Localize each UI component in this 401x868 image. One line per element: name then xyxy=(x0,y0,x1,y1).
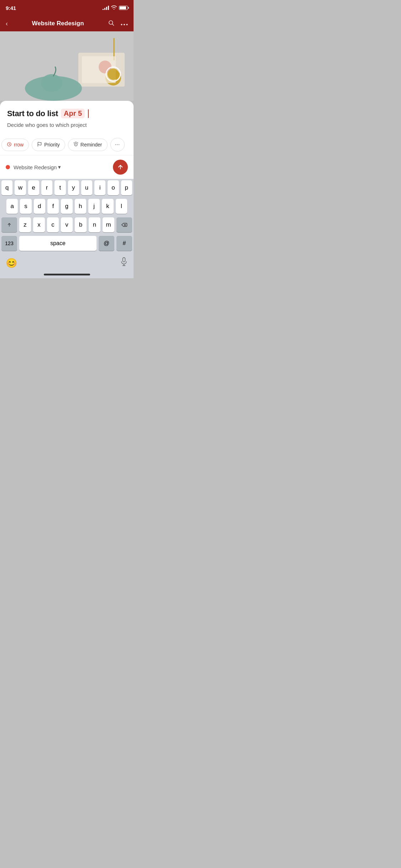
key-o[interactable]: o xyxy=(108,180,119,195)
key-y[interactable]: y xyxy=(68,180,79,195)
back-button[interactable]: ‹ xyxy=(6,20,8,27)
nav-bar: ‹ Website Redesign xyxy=(0,16,134,31)
home-indicator xyxy=(0,271,134,278)
dropdown-icon: ▾ xyxy=(58,164,61,170)
key-i[interactable]: i xyxy=(94,180,105,195)
clock-icon xyxy=(7,142,12,148)
delete-key[interactable] xyxy=(116,217,132,232)
key-c[interactable]: c xyxy=(47,217,59,232)
key-n[interactable]: n xyxy=(89,217,100,232)
key-u[interactable]: u xyxy=(81,180,92,195)
reminder-button[interactable]: Reminder xyxy=(68,139,108,151)
more-options-button[interactable]: ··· xyxy=(110,138,125,151)
ellipsis-icon: ··· xyxy=(115,141,120,148)
content-background xyxy=(0,31,134,101)
svg-point-14 xyxy=(108,68,119,80)
key-t[interactable]: t xyxy=(54,180,66,195)
more-icon[interactable] xyxy=(121,20,128,27)
key-r[interactable]: r xyxy=(41,180,52,195)
text-cursor xyxy=(88,109,89,118)
project-info[interactable]: Website Redesign ▾ xyxy=(6,164,61,170)
tomorrow-button[interactable]: rrow xyxy=(1,139,29,151)
key-s[interactable]: s xyxy=(20,199,31,214)
status-bar: 9:41 xyxy=(0,0,134,16)
key-w[interactable]: w xyxy=(15,180,26,195)
key-e[interactable]: e xyxy=(28,180,39,195)
mic-button[interactable] xyxy=(120,257,128,269)
nav-title: Website Redesign xyxy=(32,20,84,27)
illustration xyxy=(0,31,134,101)
key-k[interactable]: k xyxy=(102,199,113,214)
numbers-key[interactable]: 123 xyxy=(1,236,17,251)
key-l[interactable]: l xyxy=(116,199,127,214)
key-a[interactable]: a xyxy=(6,199,18,214)
task-input-area: Start to do list Apr 5 Decide who goes t… xyxy=(0,101,134,134)
shift-key[interactable] xyxy=(1,217,17,232)
key-p[interactable]: p xyxy=(121,180,132,195)
hash-key[interactable]: # xyxy=(116,236,132,251)
svg-point-3 xyxy=(124,24,125,25)
keyboard-row-1: q w e r t y u i o p xyxy=(0,180,134,195)
key-d[interactable]: d xyxy=(34,199,45,214)
svg-point-4 xyxy=(126,24,127,25)
svg-line-1 xyxy=(112,24,114,25)
space-key[interactable]: space xyxy=(19,236,97,251)
key-f[interactable]: f xyxy=(47,199,59,214)
key-z[interactable]: z xyxy=(19,217,31,232)
search-icon[interactable] xyxy=(108,20,114,28)
task-title-row: Start to do list Apr 5 xyxy=(7,109,126,118)
toolbar: rrow Priority Reminder xyxy=(0,134,134,155)
home-bar xyxy=(44,274,90,275)
svg-point-2 xyxy=(121,24,122,25)
tomorrow-label: rrow xyxy=(14,142,24,148)
reminder-label: Reminder xyxy=(80,142,102,148)
project-color-dot xyxy=(6,165,10,169)
nav-actions xyxy=(108,20,128,28)
signal-icon xyxy=(103,6,109,10)
key-x[interactable]: x xyxy=(33,217,45,232)
project-name: Website Redesign ▾ xyxy=(14,164,61,170)
keyboard: q w e r t y u i o p a s d f g h j k l xyxy=(0,179,134,278)
task-date-badge[interactable]: Apr 5 xyxy=(61,109,85,118)
key-g[interactable]: g xyxy=(61,199,72,214)
at-key[interactable]: @ xyxy=(99,236,114,251)
send-button[interactable] xyxy=(113,160,128,175)
svg-point-9 xyxy=(41,74,62,92)
key-m[interactable]: m xyxy=(103,217,114,232)
keyboard-row-3: z x c v b n m xyxy=(0,217,134,232)
task-subtitle: Decide who goes to which project xyxy=(7,122,126,128)
priority-button[interactable]: Priority xyxy=(32,139,65,151)
status-time: 9:41 xyxy=(6,5,16,11)
key-v[interactable]: v xyxy=(61,217,73,232)
key-b[interactable]: b xyxy=(75,217,87,232)
task-title-prefix: Start to do list xyxy=(7,109,58,118)
keyboard-row-2: a s d f g h j k l xyxy=(0,199,134,214)
keyboard-row-4: 123 space @ # xyxy=(0,236,134,251)
priority-label: Priority xyxy=(44,142,60,148)
keyboard-bottom-tools: 😊 xyxy=(0,254,134,271)
key-q[interactable]: q xyxy=(1,180,12,195)
alarm-icon xyxy=(73,142,78,148)
svg-rect-22 xyxy=(123,258,125,262)
emoji-button[interactable]: 😊 xyxy=(6,258,17,269)
wifi-icon xyxy=(111,5,117,11)
flag-icon xyxy=(37,142,42,148)
key-h[interactable]: h xyxy=(75,199,86,214)
key-j[interactable]: j xyxy=(88,199,100,214)
battery-icon xyxy=(119,6,128,10)
bottom-sheet: Start to do list Apr 5 Decide who goes t… xyxy=(0,101,134,278)
status-icons xyxy=(103,5,128,11)
project-row: Website Redesign ▾ xyxy=(0,155,134,179)
